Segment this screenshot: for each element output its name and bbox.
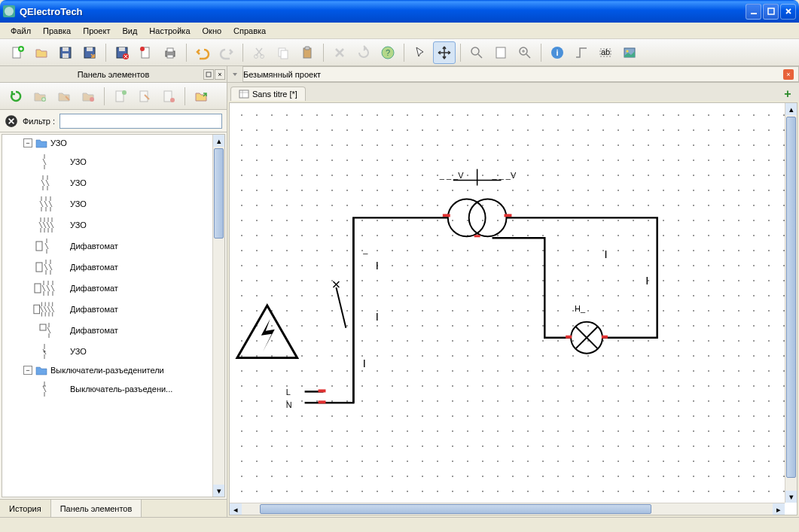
menu-project[interactable]: Проект <box>77 25 116 37</box>
edit-folder-button[interactable] <box>53 85 75 108</box>
svg-point-0 <box>5 7 14 16</box>
transformer-symbol[interactable] <box>443 199 512 236</box>
scroll-up-icon[interactable]: ▴ <box>785 103 797 115</box>
rotate-button[interactable] <box>352 41 375 64</box>
info-button[interactable]: i <box>546 41 569 64</box>
frame-button[interactable]: ab <box>594 41 617 64</box>
menu-settings[interactable]: Настройка <box>143 25 196 37</box>
tree-item[interactable]: УЗО <box>2 214 224 236</box>
panel-close-button[interactable]: × <box>215 69 225 80</box>
tab-history[interactable]: История <box>0 500 51 517</box>
tree-item[interactable]: УЗО <box>2 151 224 172</box>
document-tab[interactable]: Безымянный проект × <box>242 66 799 82</box>
svg-rect-6 <box>63 47 69 51</box>
tree-item[interactable]: Дифавтомат <box>2 236 224 257</box>
sheet-tab[interactable]: Sans titre [*] <box>230 87 306 101</box>
tree-item[interactable]: УЗО <box>2 341 224 362</box>
wire[interactable] <box>493 238 572 337</box>
menu-view[interactable]: Вид <box>116 25 143 37</box>
svg-point-42 <box>170 98 175 102</box>
zoom-fit-button[interactable] <box>514 41 536 64</box>
menu-window[interactable]: Окно <box>197 25 228 37</box>
tree-item[interactable]: Дифавтомат <box>2 299 224 320</box>
canvas[interactable]: _ _ _V _ _ _V <box>229 102 797 515</box>
scroll-left-icon[interactable]: ◂ <box>230 503 242 515</box>
sheet-tab-label: Sans titre [*] <box>252 90 297 99</box>
reload-button[interactable] <box>5 85 27 108</box>
tree-item[interactable]: Дифавтомат <box>2 320 224 341</box>
undo-button[interactable] <box>191 41 214 64</box>
image-button[interactable] <box>618 41 641 64</box>
horizontal-scrollbar[interactable]: ◂ ▸ <box>230 503 785 515</box>
close-tab-button[interactable]: × <box>783 69 794 80</box>
zoom-button[interactable] <box>465 41 488 64</box>
switch-symbol[interactable] <box>333 217 346 327</box>
scroll-down-icon[interactable]: ▾ <box>213 485 224 497</box>
main-toolbar: ? i ab <box>0 39 799 66</box>
vertical-scrollbar[interactable]: ▴ ▾ <box>785 103 797 503</box>
wire-button[interactable] <box>570 41 593 64</box>
edit-element-button[interactable] <box>133 85 156 108</box>
tab-elements[interactable]: Панель элементов <box>51 500 142 517</box>
tree-item[interactable]: Выключатель-разъедени... <box>2 378 224 400</box>
tree-item[interactable]: УЗО <box>2 172 224 193</box>
new-button[interactable] <box>6 41 29 64</box>
redo-button[interactable] <box>215 41 238 64</box>
collapse-icon[interactable]: − <box>23 366 32 375</box>
import-button[interactable] <box>190 85 212 108</box>
delete-button[interactable] <box>328 41 351 64</box>
svg-rect-73 <box>602 336 608 339</box>
pointer-tool-button[interactable] <box>409 41 432 64</box>
tree-item[interactable]: Дифавтомат <box>2 278 224 299</box>
menu-help[interactable]: Справка <box>227 25 272 37</box>
tree-scrollbar[interactable]: ▴ ▾ <box>212 135 224 497</box>
canvas-area: Безымянный проект × Sans titre [*] + <box>227 66 799 517</box>
collapse-icon[interactable]: − <box>23 138 32 147</box>
new-element-button[interactable] <box>109 85 132 108</box>
tree-folder-switches[interactable]: − Выключатели-разъеденители <box>2 362 224 378</box>
scroll-right-icon[interactable]: ▸ <box>773 503 785 515</box>
scroll-up-icon[interactable]: ▴ <box>213 135 224 147</box>
open-button[interactable] <box>30 41 53 64</box>
window-minimize-button[interactable] <box>746 4 761 20</box>
tree-item[interactable]: Дифавтомат <box>2 257 224 278</box>
close-doc-button[interactable] <box>111 41 133 64</box>
new-folder-button[interactable] <box>29 85 51 108</box>
delete-element-button[interactable] <box>157 85 180 108</box>
window-maximize-button[interactable] <box>763 4 779 20</box>
scroll-down-icon[interactable]: ▾ <box>785 491 797 503</box>
info-help-button[interactable]: ? <box>377 41 399 64</box>
lamp-symbol[interactable] <box>566 322 608 354</box>
move-tool-button[interactable] <box>433 41 456 64</box>
window-close-button[interactable] <box>780 4 796 20</box>
page-button[interactable] <box>489 41 512 64</box>
wire[interactable] <box>506 217 657 337</box>
clear-filter-icon[interactable] <box>5 114 18 128</box>
schematic-drawing[interactable]: _ _ _V _ _ _V <box>230 103 785 508</box>
menu-edit[interactable]: Правка <box>37 25 77 37</box>
menu-file[interactable]: Файл <box>5 25 37 37</box>
save-as-button[interactable] <box>78 41 101 64</box>
wire[interactable] <box>305 217 448 403</box>
panel-detach-button[interactable] <box>203 69 214 80</box>
svg-rect-56 <box>505 214 512 217</box>
copy-button[interactable] <box>272 41 294 64</box>
save-button[interactable] <box>54 41 77 64</box>
tab-list-button[interactable] <box>227 71 242 78</box>
print-button[interactable] <box>159 41 181 64</box>
export-button[interactable] <box>135 41 157 64</box>
svg-rect-7 <box>63 53 69 58</box>
scroll-thumb[interactable] <box>214 148 224 239</box>
warning-symbol[interactable] <box>237 306 297 358</box>
add-sheet-button[interactable]: + <box>781 87 794 101</box>
paste-button[interactable] <box>296 41 319 64</box>
h-scroll-thumb[interactable] <box>260 504 651 514</box>
tree-folder-uzo[interactable]: − УЗО <box>2 135 224 151</box>
v-scroll-thumb[interactable] <box>786 117 796 478</box>
cut-button[interactable] <box>248 41 270 64</box>
element-tree[interactable]: − УЗО УЗО УЗО УЗО УЗО Дифавтомат Дифавто… <box>2 134 225 497</box>
filter-input[interactable] <box>59 114 222 129</box>
delete-folder-button[interactable] <box>77 85 99 108</box>
svg-rect-45 <box>36 263 42 272</box>
tree-item[interactable]: УЗО <box>2 193 224 214</box>
